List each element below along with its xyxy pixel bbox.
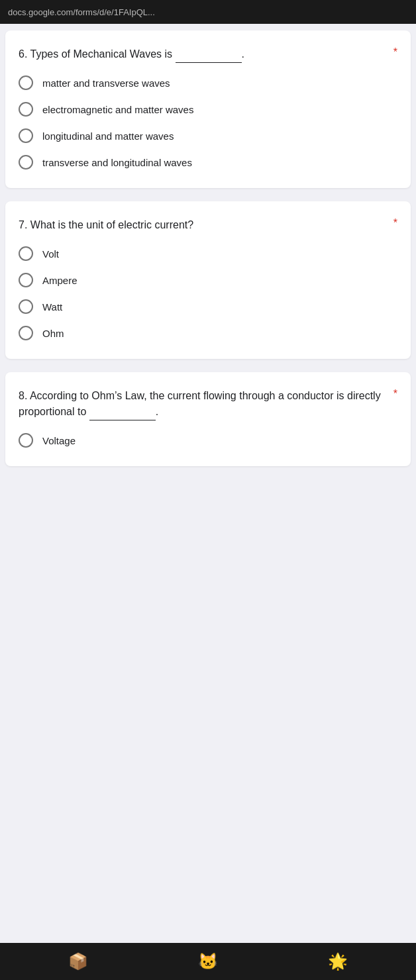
- question-7-option-3[interactable]: Watt: [19, 299, 397, 314]
- question-6-required: *: [393, 46, 397, 58]
- url-bar: docs.google.com/forms/d/e/1FAIpQL...: [8, 7, 408, 17]
- question-8-title: 8. According to Ohm’s Law, the current f…: [19, 388, 397, 420]
- question-6-title: 6. Types of Mechanical Waves is . *: [19, 46, 397, 62]
- question-8-blank: [89, 404, 156, 420]
- bottom-icon-2[interactable]: 🐱: [198, 952, 218, 971]
- content-area: 6. Types of Mechanical Waves is . * matt…: [0, 24, 416, 980]
- radio-q6-opt1[interactable]: [19, 75, 33, 90]
- radio-q6-opt3[interactable]: [19, 128, 33, 143]
- question-6-option-1[interactable]: matter and transverse waves: [19, 75, 397, 90]
- question-7-options: Volt Ampere Watt Ohm: [19, 246, 397, 340]
- q6-opt1-label: matter and transverse waves: [42, 76, 170, 90]
- q6-opt4-label: transverse and longitudinal waves: [42, 156, 192, 170]
- question-8-required: *: [393, 388, 397, 400]
- question-8-card: 8. According to Ohm’s Law, the current f…: [5, 372, 411, 466]
- bottom-icon-3[interactable]: 🌟: [328, 952, 348, 971]
- browser-bar: docs.google.com/forms/d/e/1FAIpQL...: [0, 0, 416, 24]
- question-7-card: 7. What is the unit of electric current?…: [5, 201, 411, 359]
- question-7-required: *: [393, 217, 397, 229]
- radio-q7-opt3[interactable]: [19, 299, 33, 314]
- question-6-text: 6. Types of Mechanical Waves is .: [19, 46, 388, 62]
- radio-q6-opt2[interactable]: [19, 102, 33, 117]
- question-8-options: Voltage: [19, 433, 397, 448]
- question-6-option-2[interactable]: electromagnetic and matter waves: [19, 102, 397, 117]
- q8-opt1-label: Voltage: [42, 434, 76, 448]
- q7-opt2-label: Ampere: [42, 273, 78, 287]
- bottom-nav-bar: 📦 🐱 🌟: [0, 943, 416, 980]
- q7-opt3-label: Watt: [42, 300, 62, 314]
- q6-opt2-label: electromagnetic and matter waves: [42, 103, 193, 117]
- question-6-option-4[interactable]: transverse and longitudinal waves: [19, 155, 397, 170]
- question-6-options: matter and transverse waves electromagne…: [19, 75, 397, 170]
- question-7-option-1[interactable]: Volt: [19, 246, 397, 261]
- question-8-number: 8.: [19, 390, 27, 401]
- q7-opt1-label: Volt: [42, 247, 59, 261]
- question-6-option-3[interactable]: longitudinal and matter waves: [19, 128, 397, 143]
- question-7-number: 7.: [19, 219, 27, 230]
- question-6-card: 6. Types of Mechanical Waves is . * matt…: [5, 30, 411, 188]
- radio-q7-opt4[interactable]: [19, 326, 33, 340]
- bottom-icon-1[interactable]: 📦: [68, 952, 88, 971]
- question-7-option-2[interactable]: Ampere: [19, 273, 397, 287]
- question-6-body: Types of Mechanical Waves is: [30, 48, 173, 60]
- radio-q7-opt2[interactable]: [19, 273, 33, 287]
- question-6-number: 6.: [19, 48, 27, 60]
- question-8-text: 8. According to Ohm’s Law, the current f…: [19, 388, 388, 420]
- question-8-option-1[interactable]: Voltage: [19, 433, 397, 448]
- question-6-blank: [176, 46, 242, 63]
- question-7-text: 7. What is the unit of electric current?: [19, 217, 388, 233]
- q6-opt3-label: longitudinal and matter waves: [42, 129, 174, 143]
- question-7-title: 7. What is the unit of electric current?…: [19, 217, 397, 233]
- radio-q7-opt1[interactable]: [19, 246, 33, 261]
- question-7-body: What is the unit of electric current?: [30, 219, 193, 230]
- q7-opt4-label: Ohm: [42, 326, 64, 340]
- radio-q8-opt1[interactable]: [19, 433, 33, 448]
- radio-q6-opt4[interactable]: [19, 155, 33, 170]
- question-7-option-4[interactable]: Ohm: [19, 326, 397, 340]
- question-8-body: According to Ohm’s Law, the current flow…: [19, 390, 381, 417]
